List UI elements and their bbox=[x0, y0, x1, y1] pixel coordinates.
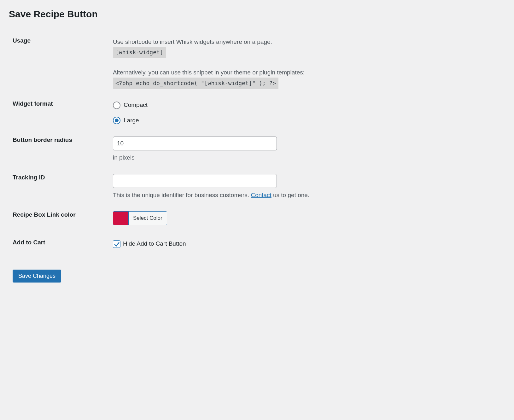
widget-format-label: Widget format bbox=[9, 95, 113, 131]
section-title: Save Recipe Button bbox=[9, 9, 505, 20]
usage-shortcode: [whisk-widget] bbox=[113, 47, 166, 58]
usage-label: Usage bbox=[9, 32, 113, 95]
radio-large-label[interactable]: Large bbox=[124, 116, 139, 125]
select-color-button[interactable]: Select Color bbox=[128, 212, 167, 225]
color-swatch[interactable] bbox=[113, 212, 128, 225]
usage-intro: Use shortcode to insert Whisk widgets an… bbox=[113, 37, 502, 47]
add-to-cart-label: Add to Cart bbox=[9, 233, 113, 254]
contact-link[interactable]: Contact bbox=[251, 192, 271, 198]
usage-php-snippet: <?php echo do_shortcode( "[whisk-widget]… bbox=[113, 78, 278, 89]
save-changes-button[interactable]: Save Changes bbox=[13, 270, 61, 283]
hide-add-to-cart-checkbox-label[interactable]: Hide Add to Cart Button bbox=[123, 239, 186, 248]
border-radius-label: Button border radius bbox=[9, 131, 113, 168]
hide-add-to-cart-row[interactable]: Hide Add to Cart Button bbox=[113, 239, 502, 248]
tracking-id-label: Tracking ID bbox=[9, 168, 113, 206]
border-radius-help: in pixels bbox=[113, 153, 502, 162]
hide-add-to-cart-checkbox[interactable] bbox=[113, 240, 120, 248]
color-picker[interactable]: Select Color bbox=[113, 211, 167, 225]
radio-large[interactable] bbox=[113, 117, 120, 124]
tracking-id-input[interactable] bbox=[113, 174, 277, 188]
tracking-id-help-pre: This is the unique identifier for busine… bbox=[113, 192, 251, 198]
widget-format-option-compact[interactable]: Compact bbox=[113, 100, 502, 110]
widget-format-option-large[interactable]: Large bbox=[113, 116, 502, 125]
link-color-label: Recipe Box Link color bbox=[9, 206, 113, 233]
tracking-id-help: This is the unique identifier for busine… bbox=[113, 190, 502, 200]
radio-compact-label[interactable]: Compact bbox=[124, 100, 148, 110]
border-radius-input[interactable] bbox=[113, 137, 277, 150]
radio-compact[interactable] bbox=[113, 102, 120, 109]
tracking-id-help-post: us to get one. bbox=[272, 192, 309, 198]
usage-alt-intro: Alternatively, you can use this snippet … bbox=[113, 68, 502, 77]
